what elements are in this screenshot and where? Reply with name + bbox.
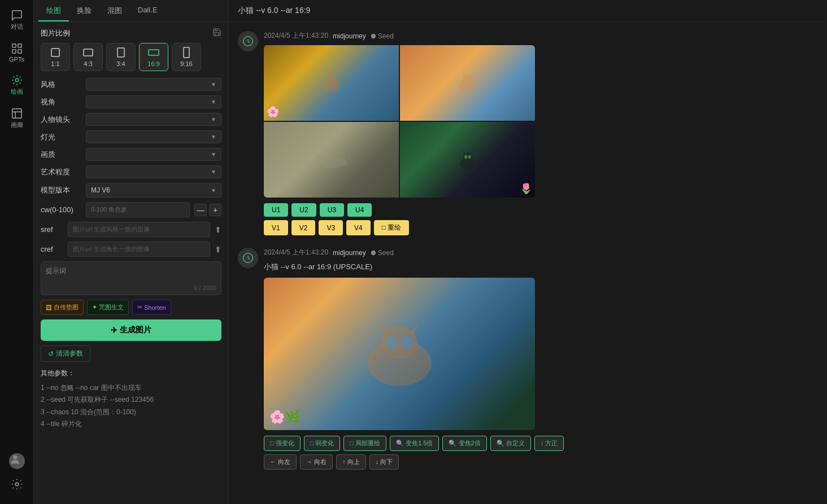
cref-upload-button[interactable]: ⬆ [215,245,221,254]
model-select[interactable]: MJ V6 ▼ [86,183,221,198]
sidebar-item-gallery-label: 画廊 [11,121,23,129]
sidebar-item-draw[interactable]: 绘画 [0,69,33,100]
grid-image-1[interactable]: 🌸 [264,45,399,121]
sidebar-settings-button[interactable] [7,474,27,495]
prompt-counter: 0 / 2000 [194,284,216,291]
img-to-text-button[interactable]: ✦ 咒图生文 [87,300,129,315]
lens-chevron-icon: ▼ [211,116,216,122]
lens-select[interactable]: ▼ [86,113,221,126]
cw-minus-button[interactable]: — [194,204,207,216]
svg-rect-0 [12,44,15,47]
svg-rect-2 [12,50,15,53]
v2-button[interactable]: V2 [291,220,316,235]
v4-button[interactable]: V4 [346,220,371,235]
prompt-area[interactable]: 提示词 0 / 2000 [41,261,221,295]
svg-rect-11 [149,50,159,55]
grid-image-4[interactable]: 🌷 [400,122,535,198]
sidebar-user-avatar[interactable] [7,449,27,474]
shorten-button[interactable]: ✂ Shorten [132,300,171,315]
clear-params-button[interactable]: ↺ 清清参数 [41,345,90,362]
upload-pad-button[interactable]: 🖼 自传垫图 [41,300,84,315]
ratio-btn-1-1[interactable]: 1:1 [41,43,70,71]
u1-button[interactable]: U1 [264,203,288,217]
lens-label: 人物镜头 [41,115,81,125]
sidebar-item-gpts[interactable]: GPTs [0,38,33,67]
u3-button[interactable]: U3 [320,203,344,217]
other-param-3: 3 --chaos 10 混合(范围：0-100) [41,406,221,419]
upscale-prompt: 小猫 --v 6.0 --ar 16:9 (UPSCALE) [264,262,818,272]
art-chevron-icon: ▼ [211,169,216,175]
light-row: 灯光 ▼ [41,130,221,143]
ratio-btn-16-9[interactable]: 16:9 [139,43,168,71]
cw-row: cw(0-100) 0-100 角色参 — + [41,202,221,217]
sref-input[interactable]: 图片url 生成风格一致的图像 [68,222,210,237]
message-username-2: midjourney [333,249,366,257]
local-redraw-button[interactable]: □ 局部重绘 [343,436,386,451]
ai-avatar-1 [238,31,258,51]
grid-image-3[interactable] [264,122,399,198]
zoom-1-5-button[interactable]: 🔍 变焦1.5倍 [390,436,439,451]
sidebar-item-gallery[interactable]: 画廊 [0,103,33,134]
v3-button[interactable]: V3 [319,220,343,235]
svg-marker-37 [379,323,390,334]
cw-input[interactable]: 0-100 角色参 [86,202,190,217]
move-right-button[interactable]: → 向右 [300,454,333,470]
move-down-button[interactable]: ↓ 向下 [369,454,399,470]
prompt-placeholder: 提示词 [46,266,216,276]
other-param-4: 4 --tile 碎片化 [41,418,221,431]
cref-input[interactable]: 图片url 生成角色一致的图像 [68,242,210,257]
message-content-1: 2024/4/5 上午1:43:20 midjourney Seed [264,31,818,239]
strong-variation-button[interactable]: □ 强变化 [264,436,301,451]
ratio-btn-4-3[interactable]: 4:3 [73,43,103,71]
square-button[interactable]: ↕ 方正 [534,436,564,451]
sidebar-item-chat[interactable]: 对话 [0,5,33,36]
upscale-actions-row-1: □ 强变化 □ 弱变化 □ 局部重绘 🔍 变焦1.5倍 🔍 变焦2倍 🔍 自定义… [264,436,818,451]
art-select[interactable]: ▼ [86,165,221,178]
zoom-2-button[interactable]: 🔍 变焦2倍 [442,436,486,451]
light-select[interactable]: ▼ [86,130,221,143]
weak-variation-button[interactable]: □ 弱变化 [304,436,341,451]
style-select[interactable]: ▼ [86,78,221,91]
seed-badge-1[interactable]: Seed [371,32,394,40]
message-timestamp-2: 2024/4/5 上午1:43:20 [264,248,328,257]
v1-button[interactable]: V1 [264,220,288,235]
generate-button[interactable]: ✈ 生成图片 [41,319,221,341]
move-up-button[interactable]: ↑ 向上 [336,454,366,470]
redraw-button[interactable]: □ 重绘 [374,220,410,235]
lens-row: 人物镜头 ▼ [41,113,221,126]
svg-point-31 [464,155,467,159]
svg-rect-1 [18,44,21,47]
light-chevron-icon: ▼ [211,134,216,140]
sidebar-item-gpts-label: GPTs [9,56,24,63]
ratio-btn-3-4[interactable]: 3:4 [106,43,136,71]
tab-dalle[interactable]: Dall.E [130,0,166,21]
sref-upload-button[interactable]: ⬆ [215,225,221,234]
message-header-2: 2024/4/5 上午1:43:20 midjourney Seed [264,248,818,257]
u4-button[interactable]: U4 [347,203,372,217]
quality-select[interactable]: ▼ [86,148,221,161]
seed-badge-2[interactable]: Seed [371,249,394,257]
left-nav-sidebar: 对话 GPTs 绘画 画廊 [0,0,34,504]
sidebar-bottom [7,444,27,499]
angle-select[interactable]: ▼ [86,95,221,108]
left-settings-panel: 绘图 换脸 混图 Dall.E 图片比例 1:1 4:3 [34,0,229,504]
save-settings-icon[interactable] [212,28,221,38]
tab-draw[interactable]: 绘图 [38,0,69,21]
zoom-custom-button[interactable]: 🔍 自定义 [490,436,531,451]
art-label: 艺术程度 [41,167,81,177]
ratio-btn-9-16[interactable]: 9:16 [172,43,201,71]
upscale-image[interactable]: 🌸🌿 [264,278,535,430]
angle-label: 视角 [41,97,81,107]
tab-face-swap[interactable]: 换脸 [69,0,99,21]
chat-area: 2024/4/5 上午1:43:20 midjourney Seed [229,22,827,504]
svg-rect-9 [84,49,93,56]
cw-plus-button[interactable]: + [209,204,221,216]
u2-button[interactable]: U2 [291,203,316,217]
grid-image-2[interactable] [400,45,535,121]
image-grid-2x2[interactable]: 🌸 [264,45,535,198]
move-left-button[interactable]: ← 向左 [264,454,297,470]
svg-point-32 [468,155,471,159]
message-upscale: 2024/4/5 上午1:43:20 midjourney Seed 小猫 --… [238,248,818,473]
tab-mix[interactable]: 混图 [99,0,130,21]
svg-marker-38 [408,323,420,334]
